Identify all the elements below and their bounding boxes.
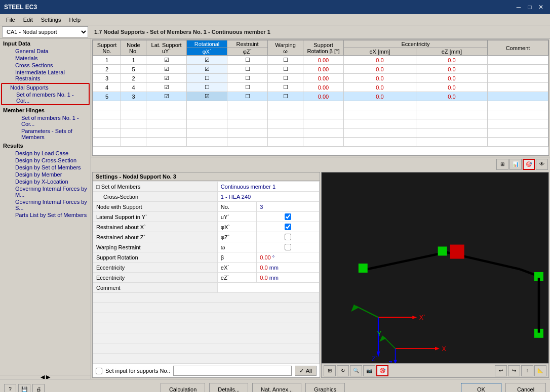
tree-design-x-location[interactable]: Design by X-Location	[1, 178, 90, 185]
table-row[interactable]	[93, 110, 548, 119]
cell-ecc-ez: 0.0	[416, 83, 487, 92]
settings-empty-1	[93, 293, 320, 303]
settings-value-ecc-ex[interactable]: 0.0 mm	[257, 263, 320, 273]
maximize-button[interactable]: □	[525, 2, 535, 12]
graphics-target-button[interactable]: 🎯	[376, 365, 388, 376]
tree-design-load-case[interactable]: Design by Load Case	[1, 150, 90, 157]
menu-bar: File Edit Settings Help	[0, 14, 550, 25]
table-zoom-button[interactable]: ⊞	[496, 159, 508, 170]
cell-ecc-ex: 0.0	[344, 65, 416, 74]
tree-design-set-members[interactable]: Design by Set of Members	[1, 164, 90, 171]
settings-empty-7	[93, 354, 320, 364]
graphics-redo-button[interactable]: ↪	[508, 365, 520, 376]
cell-node-no: 3	[121, 92, 146, 101]
settings-value-ecc-ez[interactable]: 0.0 mm	[257, 273, 320, 283]
print-button[interactable]: 🖨	[32, 384, 45, 393]
resize-arrows-icon: ◀ ▶	[41, 374, 50, 379]
settings-empty-5	[93, 333, 320, 343]
graphics-home-button[interactable]: ⊞	[324, 365, 336, 376]
close-button[interactable]: ✕	[536, 2, 546, 12]
settings-row-node-support: Node with Support No. 3	[93, 202, 320, 212]
table-row[interactable]: 4 4 ☑ ☐ ☐ ☐ 0.00 0.0 0.0	[93, 83, 548, 92]
ok-button[interactable]: OK	[461, 383, 501, 393]
help-button[interactable]: ?	[4, 384, 16, 393]
menu-help[interactable]: Help	[65, 14, 85, 25]
settings-value-set-members: Continuous member 1	[217, 182, 319, 192]
settings-value-sup-rotation[interactable]: 0.00 °	[257, 252, 320, 263]
table-highlight-button[interactable]: 🎯	[523, 159, 535, 170]
graphics-zoom-button[interactable]: 🔍	[350, 365, 362, 376]
set-input-checkbox[interactable]	[96, 368, 102, 374]
table-row[interactable]: 1 1 ☑ ☑ ☐ ☐ 0.00 0.0 0.0	[93, 56, 548, 65]
save-button[interactable]: 💾	[18, 384, 30, 393]
col-header-node-no: NodeNo.	[121, 40, 146, 56]
settings-empty-2	[93, 303, 320, 313]
table-copy-button[interactable]: 📊	[509, 159, 522, 170]
table-row[interactable]	[93, 119, 548, 128]
cell-warping	[268, 128, 303, 138]
cell-ecc-ez: 0.0	[416, 74, 487, 83]
cell-lat-sup	[146, 119, 187, 128]
checkbox-warping[interactable]	[285, 244, 291, 250]
svg-rect-0	[322, 184, 548, 365]
graphics-undo-button[interactable]: ↩	[495, 365, 507, 376]
settings-row-ecc-ez: Eccentricity eZ` 0.0 mm	[93, 273, 320, 283]
cell-rot-res: ☑	[187, 92, 227, 101]
checkbox-restrained-z[interactable]	[285, 234, 291, 240]
settings-label-sup-rotation: Support Rotation	[93, 252, 218, 263]
window-controls: ─ □ ✕	[514, 2, 546, 12]
minimize-button[interactable]: ─	[514, 2, 524, 12]
cell-lat-sup: ☑	[146, 74, 187, 83]
cell-support-no	[93, 110, 121, 119]
menu-edit[interactable]: Edit	[19, 14, 37, 25]
calculation-button[interactable]: Calculation	[161, 383, 205, 393]
left-panel-resizer[interactable]: ◀ ▶	[0, 375, 91, 379]
table-row[interactable]: 3 2 ☑ ☐ ☐ ☐ 0.00 0.0 0.0	[93, 74, 548, 83]
tree-intermediate-lateral[interactable]: Intermediate Lateral Restraints	[1, 69, 90, 82]
settings-prefix-no: No.	[217, 202, 256, 212]
graphics-rotate-button[interactable]: ↻	[337, 365, 349, 376]
tree-general-data[interactable]: General Data	[1, 48, 90, 55]
all-button[interactable]: ✓ All	[295, 366, 317, 376]
settings-row-cross-section: Cross-Section 1 - HEA 240	[93, 192, 320, 202]
cell-node-no	[121, 110, 146, 119]
table-row[interactable]: 2 5 ☑ ☑ ☐ ☐ 0.00 0.0 0.0	[93, 65, 548, 74]
cancel-button[interactable]: Cancel	[505, 383, 546, 393]
graphics-measure-button[interactable]: 📐	[534, 365, 546, 376]
graphics-toolbar: ⊞ ↻ 🔍 📷 🎯 ↩ ↪ ↑ 📐	[322, 363, 548, 377]
tree-nodal-set1[interactable]: Set of members No. 1 - Cor...	[2, 91, 89, 104]
tree-materials[interactable]: Materials	[1, 55, 90, 62]
table-row[interactable]	[93, 101, 548, 110]
graphics-button[interactable]: Graphics	[305, 383, 345, 393]
cell-warping: ☐	[268, 83, 303, 92]
nat-annex-button[interactable]: Nat. Annex...	[252, 383, 301, 393]
tree-design-member[interactable]: Design by Member	[1, 171, 90, 178]
tree-parameters-sets[interactable]: Parameters - Sets of Members	[1, 127, 90, 141]
checkbox-lat-support[interactable]	[285, 213, 291, 220]
col-subheader-phiX: φX`	[187, 48, 227, 56]
graphics-up-button[interactable]: ↑	[521, 365, 533, 376]
tree-nodal-supports[interactable]: Nodal Supports	[2, 84, 89, 91]
case-dropdown[interactable]: CA1 - Nodal support	[2, 26, 88, 37]
settings-value-node: 3	[257, 202, 320, 212]
details-button[interactable]: Details...	[209, 383, 248, 393]
table-row[interactable]	[93, 138, 548, 147]
tree-governing-set[interactable]: Governing Internal Forces by S...	[1, 198, 90, 211]
tree-cross-sections[interactable]: Cross-Sections	[1, 62, 90, 69]
table-row[interactable]	[93, 128, 548, 138]
set-input-field[interactable]	[173, 366, 292, 376]
tree-design-cross-section[interactable]: Design by Cross-Section	[1, 157, 90, 164]
tree-governing-member[interactable]: Governing Internal Forces by M...	[1, 185, 90, 198]
tree-member-hinges-set1[interactable]: Set of members No. 1 - Cor...	[1, 114, 90, 127]
menu-file[interactable]: File	[2, 14, 19, 25]
tree-parts-list[interactable]: Parts List by Set of Members	[1, 211, 90, 219]
menu-settings[interactable]: Settings	[37, 14, 65, 25]
table-view-button[interactable]: 👁	[536, 159, 548, 170]
cell-ecc-ex	[344, 101, 416, 110]
table-row[interactable]: 5 3 ☑ ☑ ☐ ☐ 0.00 0.0 0.0	[93, 92, 548, 101]
checkbox-restrained-x[interactable]	[285, 224, 291, 230]
settings-value-comment[interactable]	[217, 283, 319, 293]
cell-comment	[488, 65, 548, 74]
graphics-camera-button[interactable]: 📷	[363, 365, 375, 376]
cell-ecc-ez	[416, 138, 487, 147]
